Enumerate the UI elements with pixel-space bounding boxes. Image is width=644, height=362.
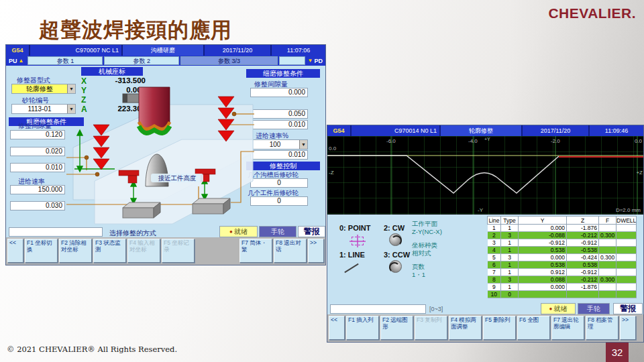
y-cell[interactable]: -0.088	[519, 232, 567, 239]
f-cell[interactable]	[599, 284, 616, 291]
fkey-button[interactable]: F5 删除列	[483, 316, 516, 340]
fkey-button[interactable]: F7 退出轮廓编辑	[551, 316, 584, 340]
z-cell[interactable]: -0.212	[567, 232, 599, 239]
fkey-button[interactable]: F1 坐标切换	[25, 239, 58, 263]
z-cell[interactable]: -0.912	[567, 239, 599, 247]
f-cell[interactable]	[599, 239, 616, 247]
handwheel-indicator[interactable]: 手轮	[578, 303, 610, 314]
dwell-cell[interactable]	[616, 291, 637, 298]
fkey-button[interactable]: >>	[308, 239, 324, 263]
y-cell[interactable]	[519, 291, 567, 298]
f-cell[interactable]	[599, 269, 616, 276]
dressing-control-header: 修整控制	[246, 162, 320, 170]
f-cell[interactable]	[599, 247, 616, 254]
z-cell[interactable]: -0.212	[567, 276, 599, 284]
y-cell[interactable]: 0.538	[519, 247, 567, 254]
dwell-cell[interactable]	[616, 225, 637, 232]
type-cell[interactable]: 3	[501, 254, 519, 261]
z-cell[interactable]: -0.912	[567, 269, 599, 276]
dwell-cell[interactable]	[616, 276, 637, 284]
fkey-button[interactable]: F2 清除相对坐标	[59, 239, 92, 263]
rough-value3-input[interactable]: 0.010	[10, 163, 65, 172]
command-input[interactable]	[9, 227, 103, 237]
z-cell[interactable]: -1.876	[567, 284, 599, 291]
y-cell[interactable]: 0.088	[519, 276, 567, 284]
y-cell[interactable]: 0.000	[519, 254, 567, 261]
works-input[interactable]: 0	[250, 196, 308, 206]
dwell-cell[interactable]	[616, 232, 637, 239]
fkey-button[interactable]: F3 状态监测	[93, 239, 126, 263]
dwell-cell[interactable]	[616, 284, 637, 291]
f-cell[interactable]	[599, 261, 616, 269]
command-input[interactable]	[330, 304, 426, 314]
f-cell[interactable]: 0.300	[599, 232, 616, 239]
fkey-button[interactable]: F4 输入相对坐标	[127, 239, 160, 263]
type-cell[interactable]: 3	[501, 276, 519, 284]
fine-gap-input[interactable]: 0.000	[250, 88, 308, 97]
type-cell[interactable]: 1	[501, 261, 519, 269]
rough-gap-input[interactable]: 0.120	[10, 130, 65, 139]
type-cell[interactable]: 1	[501, 239, 519, 247]
y-cell[interactable]: 0.000	[519, 225, 567, 232]
fkey-button[interactable]: F8 档案管理	[586, 316, 619, 340]
y-cell[interactable]: 0.538	[519, 261, 567, 269]
coord-kind-label: 坐标种类	[412, 241, 442, 249]
fkey-button[interactable]: F1 插入列	[346, 316, 379, 340]
page-up-control[interactable]: PU ▲	[6, 58, 26, 64]
type-cell[interactable]: 3	[501, 232, 519, 239]
type-cell[interactable]: 1	[501, 247, 519, 254]
feed-percent-dropdown[interactable]: 100 ▼	[250, 139, 308, 149]
ready-indicator[interactable]: ● 就绪	[541, 303, 576, 314]
y-cell[interactable]: -0.912	[519, 239, 567, 247]
type-cell[interactable]: 0	[501, 291, 519, 298]
f-cell[interactable]	[599, 225, 616, 232]
fine-value3-input[interactable]: 0.010	[250, 120, 308, 129]
contour-graph: -6.0 -4.0 +Y -2.0 0.0 0.0 -Z +Z -Y D=2.0…	[327, 136, 644, 215]
fine-value4-input[interactable]: 0.010	[250, 150, 308, 160]
f-cell[interactable]	[599, 291, 616, 298]
z-cell[interactable]: -1.876	[567, 225, 599, 232]
alarm-indicator[interactable]: 警报	[613, 303, 643, 314]
fkey-button[interactable]: F2 远端图形	[380, 316, 413, 340]
fkey-button[interactable]: F7 简体・繁	[239, 239, 272, 263]
rough-value2-input[interactable]: 0.020	[10, 147, 65, 156]
rough-value4-input[interactable]: 0.030	[10, 201, 65, 210]
fkey-button[interactable]: F4 模拟两面调整	[449, 316, 482, 340]
y-cell[interactable]: 0.000	[519, 284, 567, 291]
y-cell[interactable]: 0.912	[519, 269, 567, 276]
ready-indicator[interactable]: ● 就绪	[219, 226, 258, 237]
dwell-cell[interactable]	[616, 269, 637, 276]
fkey-button[interactable]: F6 全图	[517, 316, 550, 340]
type-cell[interactable]: 1	[501, 284, 519, 291]
grooves-input[interactable]: 0	[250, 178, 308, 188]
feed-rate-input[interactable]: 150.000	[10, 185, 65, 194]
dwell-cell[interactable]	[616, 261, 637, 269]
dressing-diagram	[66, 68, 254, 227]
fkey-button[interactable]: >>	[620, 316, 636, 340]
z-cell[interactable]: -0.424	[567, 254, 599, 261]
dwell-cell[interactable]	[616, 239, 637, 247]
fkey-button[interactable]: F5 坐标记录	[162, 239, 195, 263]
handwheel-indicator[interactable]: 手轮	[259, 226, 297, 237]
fkey-button[interactable]: <<	[329, 316, 345, 340]
dressing-parameters-screen: G54 C970007 NC L1 沟槽研磨 2017/11/20 11:07:…	[5, 44, 326, 265]
f-cell[interactable]: 0.300	[599, 254, 616, 261]
tab-param-2[interactable]: 参数 2	[104, 56, 179, 65]
page-down-control[interactable]: ▼ PD	[305, 58, 325, 64]
type-cell[interactable]: 1	[501, 269, 519, 276]
dwell-cell[interactable]	[616, 247, 637, 254]
type-cell[interactable]: 1	[501, 225, 519, 232]
fkey-button[interactable]: F8 退出对话	[274, 239, 307, 263]
fkey-button[interactable]: <<	[7, 239, 23, 263]
alarm-indicator[interactable]: 警报	[298, 226, 325, 237]
z-cell[interactable]	[567, 291, 599, 298]
tab-param-3[interactable]: 参数 3/3	[180, 56, 278, 65]
dwell-cell[interactable]	[616, 254, 637, 261]
chevron-down-icon[interactable]: ▼	[299, 140, 307, 149]
fkey-button[interactable]: F3 复制列	[415, 316, 447, 340]
z-cell[interactable]: -0.538	[567, 247, 599, 254]
f-cell[interactable]: 0.300	[599, 276, 616, 284]
fine-value2-input[interactable]: 0.050	[250, 109, 308, 119]
tab-param-1[interactable]: 参数 1	[28, 56, 103, 65]
z-cell[interactable]: 0.538	[567, 261, 599, 269]
